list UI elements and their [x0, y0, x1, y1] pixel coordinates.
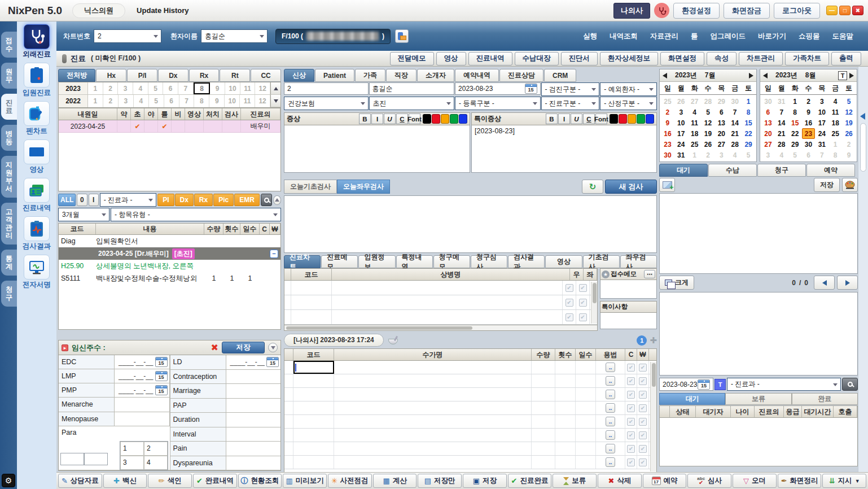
color-swatch[interactable]	[619, 114, 627, 124]
Menopause-field[interactable]	[115, 412, 170, 426]
calendar-day[interactable]: 9	[661, 117, 674, 128]
new-exam-button[interactable]: 새 검사	[605, 180, 657, 194]
calendar-day[interactable]: 26	[842, 128, 856, 139]
month-cell-2023-10[interactable]: 10	[225, 82, 240, 94]
special-symptom-textarea[interactable]: [2023-08-23]	[471, 125, 657, 173]
calendar-day[interactable]: 14	[728, 117, 742, 128]
toolbar-button-doc-info[interactable]: ⓘ현황조회	[238, 474, 282, 488]
filter-all-button[interactable]: ALL	[58, 194, 76, 206]
patient-tab[interactable]: 예약내역	[455, 69, 499, 82]
sidebar-tab-병동[interactable]: 병 동	[1, 125, 17, 151]
calendar-day[interactable]: 20	[714, 128, 728, 139]
calendar-day[interactable]: 2	[802, 96, 816, 107]
sidebar-item-진료내역[interactable]: 진료내역	[18, 178, 55, 213]
month-cell-2022-1[interactable]: 1	[88, 95, 103, 107]
right-eye-checkbox[interactable]	[565, 313, 573, 321]
color-swatch[interactable]	[441, 114, 449, 124]
section-button[interactable]: 출력	[831, 52, 861, 66]
exam-type-combo[interactable]: - 검진구분 -	[541, 82, 600, 96]
calendar-day[interactable]: 6	[802, 150, 816, 160]
prescription-row[interactable]: ..	[284, 415, 656, 429]
dept-combo[interactable]: - 진료과 -	[100, 193, 156, 207]
exception-combo[interactable]: - 예외환자 -	[600, 82, 657, 96]
c-checkbox[interactable]	[627, 445, 635, 453]
special-note-body[interactable]	[600, 313, 657, 329]
calendar-day[interactable]: 4	[728, 150, 742, 160]
w-checkbox[interactable]	[639, 364, 647, 372]
insurance-combo[interactable]: 건강보험	[284, 97, 369, 110]
c-checkbox[interactable]	[627, 377, 635, 385]
calendar-day[interactable]: 27	[688, 96, 702, 107]
calendar-day[interactable]: 4	[775, 150, 788, 160]
pregnancy-save-button[interactable]: 저장	[222, 342, 265, 353]
calendar-day[interactable]: 18	[828, 117, 842, 128]
calendar-day[interactable]: 25	[828, 128, 842, 139]
calendar-icon[interactable]: 15	[698, 379, 710, 390]
color-swatch[interactable]	[646, 114, 654, 124]
calendar-day[interactable]: 3	[674, 107, 688, 117]
update-history-link[interactable]: Update History	[137, 6, 188, 15]
toolbar-button-preview[interactable]: ▥미리보기	[283, 474, 327, 488]
quick-filter-button[interactable]: Dx	[175, 194, 194, 206]
scroll-down-icon[interactable]	[270, 95, 280, 107]
calendar-day[interactable]: 26	[674, 96, 688, 107]
color-swatch[interactable]	[432, 114, 440, 124]
gear-icon[interactable]: ⚙	[2, 474, 15, 487]
calendar-day[interactable]: 29	[788, 139, 802, 150]
calendar-day[interactable]: 30	[728, 96, 742, 107]
calendar-day[interactable]: 25	[688, 139, 702, 150]
sidebar-tab-청구[interactable]: 청 구	[1, 281, 17, 307]
calendar-day[interactable]: 13	[761, 117, 775, 128]
calendar-day[interactable]: 27	[714, 139, 728, 150]
w-checkbox[interactable]	[639, 445, 647, 453]
history-tab[interactable]: Rx	[189, 69, 220, 82]
visit-separator-row[interactable]: 2023-04-25 [Dr.배우미] [초진] −	[59, 247, 280, 260]
w-checkbox[interactable]	[639, 391, 647, 399]
patient-tab[interactable]: CRM	[544, 69, 576, 82]
quick-filter-button[interactable]: Pic	[213, 194, 234, 206]
order-row-proc[interactable]: S5111 백내장및수정체수술-수정체낭외 1 1 1	[59, 272, 280, 285]
code-cell[interactable]	[293, 374, 334, 387]
usage-lookup-button[interactable]: ..	[606, 376, 615, 386]
calendar-day[interactable]: 19	[702, 128, 715, 139]
color-swatch[interactable]	[610, 114, 618, 124]
para-cell-2[interactable]: 2	[144, 442, 168, 456]
toolbar-button-calendar-17[interactable]: 17예약	[643, 474, 687, 488]
next-image-button[interactable]	[837, 276, 858, 290]
usage-lookup-button[interactable]: ..	[606, 403, 615, 413]
calendar-icon[interactable]: 15	[155, 371, 168, 381]
chart-tab[interactable]: 특정내역	[396, 255, 433, 268]
calendar-icon[interactable]: 15	[155, 357, 168, 367]
section-button[interactable]: 전달메모	[390, 52, 434, 66]
c-checkbox[interactable]	[627, 459, 635, 466]
right-tab[interactable]: 예약	[806, 164, 855, 177]
chart-tab[interactable]: 영상	[545, 255, 582, 268]
EDC-field[interactable]: ____-__-__15	[115, 355, 170, 369]
calendar-day[interactable]: 20	[761, 128, 775, 139]
sidebar-tab-고객관리[interactable]: 고 객 관 리	[1, 203, 17, 244]
calendar-day[interactable]: 3	[761, 150, 775, 160]
add-page-icon[interactable]: ✚	[650, 335, 657, 346]
section-button[interactable]: 영상	[436, 52, 466, 66]
pen-chart-image-area[interactable]	[659, 193, 858, 274]
month-cell-2023-12[interactable]: 12	[255, 82, 270, 94]
today-button[interactable]: T	[838, 71, 847, 80]
format-button[interactable]: Font	[595, 113, 607, 124]
format-button[interactable]: I	[558, 113, 570, 124]
toolbar-button-doc-check[interactable]: ✔완료내역	[193, 474, 237, 488]
format-button[interactable]: B	[359, 113, 371, 124]
calendar-day[interactable]: 1	[688, 150, 702, 160]
calendar-day[interactable]: 29	[714, 96, 728, 107]
left-eye-checkbox[interactable]	[579, 313, 587, 321]
diagnosis-row[interactable]	[284, 281, 597, 295]
patient-tab[interactable]: 진료상담	[499, 69, 543, 82]
patient-tab[interactable]: 직장	[386, 69, 417, 82]
toolbar-button-check-green[interactable]: ✔진료완료	[508, 474, 552, 488]
next-month-icon[interactable]	[849, 73, 854, 78]
section-button[interactable]: 진료내역	[468, 52, 512, 66]
calendar-day[interactable]: 12	[702, 117, 715, 128]
month-cell-2022-9[interactable]: 9	[209, 95, 225, 107]
screen-lock-button[interactable]: 화면잠금	[724, 3, 770, 19]
calendar-day[interactable]: 5	[742, 150, 755, 160]
c-checkbox[interactable]	[627, 391, 635, 399]
